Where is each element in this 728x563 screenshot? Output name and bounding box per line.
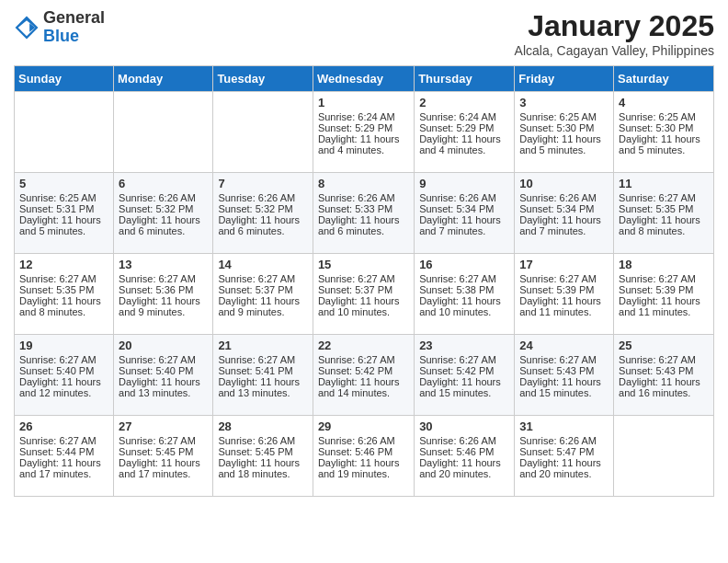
daylight-text: Daylight: 11 hours and 18 minutes. [218, 457, 300, 479]
sunrise-text: Sunrise: 6:26 AM [419, 192, 496, 203]
sunset-text: Sunset: 5:37 PM [318, 284, 392, 295]
sunset-text: Sunset: 5:43 PM [619, 365, 693, 376]
calendar-cell: 15Sunrise: 6:27 AMSunset: 5:37 PMDayligh… [313, 254, 414, 335]
day-number: 28 [218, 419, 308, 433]
sunset-text: Sunset: 5:39 PM [519, 284, 594, 295]
calendar: SundayMondayTuesdayWednesdayThursdayFrid… [14, 65, 714, 497]
sunrise-text: Sunrise: 6:27 AM [19, 273, 97, 284]
daylight-text: Daylight: 11 hours and 19 minutes. [318, 457, 400, 479]
sunset-text: Sunset: 5:34 PM [419, 203, 494, 214]
daylight-text: Daylight: 11 hours and 20 minutes. [519, 457, 601, 479]
calendar-cell: 26Sunrise: 6:27 AMSunset: 5:44 PMDayligh… [15, 416, 114, 497]
sunrise-text: Sunrise: 6:27 AM [218, 354, 295, 365]
sunrise-text: Sunrise: 6:27 AM [19, 354, 97, 365]
calendar-cell: 24Sunrise: 6:27 AMSunset: 5:43 PMDayligh… [515, 335, 614, 416]
daylight-text: Daylight: 11 hours and 14 minutes. [318, 376, 400, 398]
sunrise-text: Sunrise: 6:27 AM [318, 273, 395, 284]
day-number: 19 [19, 339, 108, 352]
day-number: 23 [419, 339, 509, 352]
daylight-text: Daylight: 11 hours and 9 minutes. [119, 295, 200, 317]
sunrise-text: Sunrise: 6:27 AM [619, 192, 696, 203]
day-number: 5 [19, 177, 108, 190]
calendar-cell: 28Sunrise: 6:26 AMSunset: 5:45 PMDayligh… [213, 416, 313, 497]
sunset-text: Sunset: 5:31 PM [19, 203, 94, 214]
calendar-cell: 20Sunrise: 6:27 AMSunset: 5:40 PMDayligh… [114, 335, 213, 416]
calendar-cell: 5Sunrise: 6:25 AMSunset: 5:31 PMDaylight… [15, 173, 114, 254]
sunrise-text: Sunrise: 6:26 AM [218, 435, 295, 446]
sunrise-text: Sunrise: 6:26 AM [119, 192, 196, 203]
sunset-text: Sunset: 5:40 PM [119, 365, 193, 376]
day-number: 4 [619, 96, 709, 109]
day-number: 18 [619, 258, 709, 271]
calendar-cell: 23Sunrise: 6:27 AMSunset: 5:42 PMDayligh… [415, 335, 515, 416]
daylight-text: Daylight: 11 hours and 5 minutes. [619, 133, 700, 155]
day-number: 6 [119, 177, 208, 190]
sunset-text: Sunset: 5:46 PM [419, 446, 494, 457]
daylight-text: Daylight: 11 hours and 11 minutes. [519, 295, 601, 317]
calendar-week-row: 19Sunrise: 6:27 AMSunset: 5:40 PMDayligh… [15, 335, 714, 416]
day-number: 10 [519, 177, 609, 190]
calendar-cell: 10Sunrise: 6:26 AMSunset: 5:34 PMDayligh… [515, 173, 614, 254]
sunset-text: Sunset: 5:30 PM [619, 122, 693, 133]
daylight-text: Daylight: 11 hours and 4 minutes. [419, 133, 501, 155]
calendar-cell: 14Sunrise: 6:27 AMSunset: 5:37 PMDayligh… [213, 254, 313, 335]
calendar-cell: 16Sunrise: 6:27 AMSunset: 5:38 PMDayligh… [415, 254, 515, 335]
calendar-cell: 30Sunrise: 6:26 AMSunset: 5:46 PMDayligh… [415, 416, 515, 497]
calendar-cell: 9Sunrise: 6:26 AMSunset: 5:34 PMDaylight… [415, 173, 515, 254]
sunrise-text: Sunrise: 6:25 AM [19, 192, 97, 203]
calendar-cell: 2Sunrise: 6:24 AMSunset: 5:29 PMDaylight… [415, 92, 515, 173]
daylight-text: Daylight: 11 hours and 6 minutes. [119, 214, 200, 236]
daylight-text: Daylight: 11 hours and 15 minutes. [519, 376, 601, 398]
sunrise-text: Sunrise: 6:26 AM [519, 435, 597, 446]
sunset-text: Sunset: 5:35 PM [19, 284, 94, 295]
logo-blue: Blue [43, 28, 105, 46]
sunset-text: Sunset: 5:34 PM [519, 203, 594, 214]
day-header-monday: Monday [114, 66, 213, 92]
day-number: 16 [419, 258, 509, 271]
day-number: 9 [419, 177, 509, 190]
calendar-cell [15, 92, 114, 173]
calendar-cell: 25Sunrise: 6:27 AMSunset: 5:43 PMDayligh… [614, 335, 714, 416]
daylight-text: Daylight: 11 hours and 11 minutes. [619, 295, 700, 317]
sunrise-text: Sunrise: 6:26 AM [519, 192, 597, 203]
sunset-text: Sunset: 5:30 PM [519, 122, 594, 133]
calendar-cell [213, 92, 313, 173]
title-block: January 2025 Alcala, Cagayan Valley, Phi… [515, 9, 714, 58]
sunset-text: Sunset: 5:39 PM [619, 284, 693, 295]
sunrise-text: Sunrise: 6:27 AM [119, 273, 196, 284]
day-number: 25 [619, 339, 709, 352]
daylight-text: Daylight: 11 hours and 6 minutes. [218, 214, 300, 236]
day-number: 7 [218, 177, 308, 190]
daylight-text: Daylight: 11 hours and 8 minutes. [19, 295, 101, 317]
calendar-week-row: 26Sunrise: 6:27 AMSunset: 5:44 PMDayligh… [15, 416, 714, 497]
calendar-cell: 4Sunrise: 6:25 AMSunset: 5:30 PMDaylight… [614, 92, 714, 173]
day-number: 24 [519, 339, 609, 352]
sunrise-text: Sunrise: 6:27 AM [218, 273, 295, 284]
month-title: January 2025 [515, 9, 714, 43]
sunset-text: Sunset: 5:29 PM [318, 122, 392, 133]
sunset-text: Sunset: 5:36 PM [119, 284, 193, 295]
daylight-text: Daylight: 11 hours and 16 minutes. [619, 376, 700, 398]
day-number: 1 [318, 96, 409, 109]
day-number: 13 [119, 258, 208, 271]
daylight-text: Daylight: 11 hours and 8 minutes. [619, 214, 700, 236]
sunrise-text: Sunrise: 6:27 AM [119, 354, 196, 365]
daylight-text: Daylight: 11 hours and 17 minutes. [119, 457, 200, 479]
day-number: 8 [318, 177, 409, 190]
calendar-cell: 31Sunrise: 6:26 AMSunset: 5:47 PMDayligh… [515, 416, 614, 497]
calendar-cell: 27Sunrise: 6:27 AMSunset: 5:45 PMDayligh… [114, 416, 213, 497]
sunrise-text: Sunrise: 6:25 AM [519, 111, 597, 122]
calendar-cell [614, 416, 714, 497]
sunrise-text: Sunrise: 6:27 AM [419, 273, 496, 284]
logo-icon [14, 15, 40, 40]
day-number: 11 [619, 177, 709, 190]
calendar-header-row: SundayMondayTuesdayWednesdayThursdayFrid… [15, 66, 714, 92]
calendar-cell: 8Sunrise: 6:26 AMSunset: 5:33 PMDaylight… [313, 173, 414, 254]
calendar-body: 1Sunrise: 6:24 AMSunset: 5:29 PMDaylight… [15, 92, 714, 497]
calendar-cell: 22Sunrise: 6:27 AMSunset: 5:42 PMDayligh… [313, 335, 414, 416]
sunrise-text: Sunrise: 6:24 AM [419, 111, 496, 122]
sunset-text: Sunset: 5:46 PM [318, 446, 392, 457]
sunset-text: Sunset: 5:35 PM [619, 203, 693, 214]
sunset-text: Sunset: 5:41 PM [218, 365, 292, 376]
calendar-cell: 1Sunrise: 6:24 AMSunset: 5:29 PMDaylight… [313, 92, 414, 173]
